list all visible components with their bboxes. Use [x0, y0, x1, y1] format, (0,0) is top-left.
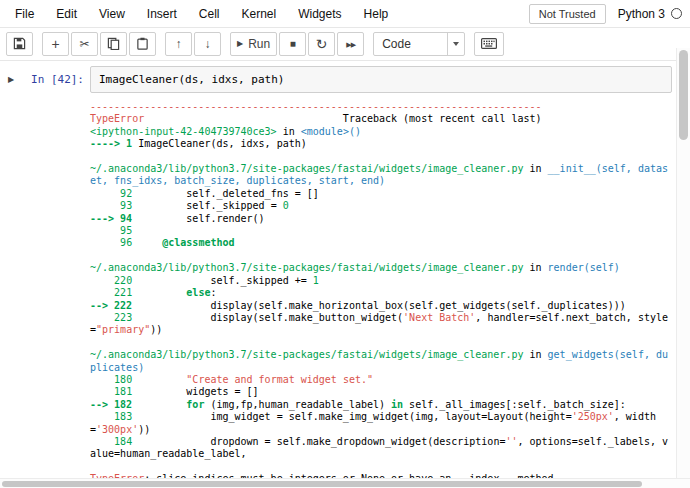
- traceback-line: 221 else:: [90, 287, 672, 299]
- restart-icon: ↻: [316, 37, 328, 51]
- menu-item-edit[interactable]: Edit: [45, 7, 88, 21]
- stop-icon: ■: [290, 39, 296, 49]
- menu: FileEditViewInsertCellKernelWidgetsHelp: [4, 7, 399, 21]
- traceback-line: 181 widgets = []: [90, 386, 672, 398]
- save-icon: [13, 37, 26, 52]
- arrow-down-icon: ↓: [205, 38, 211, 50]
- cell-type-select[interactable]: Code: [373, 32, 465, 56]
- prompt-area: ▶ In [42]:: [0, 66, 90, 93]
- cell-type-group: Code: [373, 32, 465, 56]
- cell-type-value: Code: [374, 33, 447, 55]
- traceback-line: ~/.anaconda3/lib/python3.7/site-packages…: [90, 349, 672, 374]
- traceback-line: [90, 461, 672, 473]
- move-group: ↑ ↓: [165, 32, 221, 56]
- kernel-name: Python 3: [618, 7, 665, 21]
- menu-item-help[interactable]: Help: [353, 7, 400, 21]
- traceback-line: [90, 151, 672, 163]
- traceback-line: 183 img_widget = self.make_img_widget(im…: [90, 411, 672, 436]
- add-icon: +: [51, 37, 59, 51]
- traceback-line: 96 @classmethod: [90, 237, 672, 249]
- copy-icon: [107, 37, 120, 52]
- select-arrow-icon: [447, 33, 464, 55]
- save-button[interactable]: [6, 32, 33, 56]
- traceback-line: ~/.anaconda3/lib/python3.7/site-packages…: [90, 163, 672, 188]
- menu-item-widgets[interactable]: Widgets: [287, 7, 352, 21]
- move-cell-down-button[interactable]: ↓: [194, 32, 221, 56]
- traceback-line: ---> 94 self.render(): [90, 213, 672, 225]
- vertical-scrollbar[interactable]: [676, 48, 690, 478]
- traceback-line: 184 dropdown = self.make_dropdown_widget…: [90, 436, 672, 461]
- code-cell[interactable]: ▶ In [42]: ImageCleaner(ds, idxs, path): [0, 66, 690, 93]
- arrow-up-icon: ↑: [176, 38, 182, 50]
- cut-icon: ✂: [79, 38, 89, 50]
- menu-item-file[interactable]: File: [4, 7, 45, 21]
- restart-kernel-button[interactable]: ↻: [308, 32, 335, 56]
- traceback-line: --> 222 display(self.make_horizontal_box…: [90, 300, 672, 312]
- kernel-idle-icon: [671, 8, 682, 19]
- traceback-line: 223 display(self.make_button_widget('Nex…: [90, 312, 672, 337]
- toolbar: + ✂ ↑ ↓ ▶ Run ■ ↻: [0, 28, 690, 61]
- notebook: ▶ In [42]: ImageCleaner(ds, idxs, path) …: [0, 61, 690, 486]
- restart-run-all-button[interactable]: ▶▶: [337, 32, 364, 56]
- run-button[interactable]: ▶ Run: [230, 32, 277, 56]
- traceback-line: <ipython-input-42-404739740ce3> in <modu…: [90, 126, 672, 138]
- traceback-line: 92 self._deleted_fns = []: [90, 188, 672, 200]
- horizontal-scrollbar-thumb[interactable]: [2, 481, 642, 487]
- menubar: FileEditViewInsertCellKernelWidgetsHelp …: [0, 0, 690, 28]
- not-trusted-button[interactable]: Not Trusted: [529, 4, 606, 24]
- paste-icon: [136, 37, 149, 52]
- keyboard-icon: [481, 38, 497, 51]
- vertical-scrollbar-thumb[interactable]: [679, 50, 688, 140]
- traceback-line: TypeError Traceback (most recent call la…: [90, 113, 672, 125]
- interrupt-kernel-button[interactable]: ■: [279, 32, 306, 56]
- palette-group: [474, 32, 504, 56]
- fast-forward-icon: ▶▶: [346, 41, 355, 48]
- cut-cell-button[interactable]: ✂: [71, 32, 98, 56]
- add-cell-button[interactable]: +: [42, 32, 69, 56]
- command-palette-button[interactable]: [474, 32, 504, 56]
- code-text[interactable]: ImageCleaner(ds, idxs, path): [99, 73, 663, 86]
- copy-cell-button[interactable]: [100, 32, 127, 56]
- cell-marker-icon: ▶: [8, 75, 14, 84]
- menu-item-kernel[interactable]: Kernel: [231, 7, 288, 21]
- menu-item-cell[interactable]: Cell: [188, 7, 231, 21]
- traceback-line: [90, 250, 672, 262]
- menu-item-insert[interactable]: Insert: [136, 7, 188, 21]
- code-input[interactable]: ImageCleaner(ds, idxs, path): [90, 66, 672, 93]
- run-icon: ▶: [237, 40, 243, 48]
- menu-item-view[interactable]: View: [88, 7, 136, 21]
- traceback-line: [90, 337, 672, 349]
- kernel-indicator: Python 3: [618, 7, 682, 21]
- menubar-right: Not Trusted Python 3: [529, 4, 682, 24]
- traceback-line: ----------------------------------------…: [90, 101, 672, 113]
- traceback-line: ----> 1 ImageCleaner(ds, idxs, path): [90, 138, 672, 150]
- paste-cell-button[interactable]: [129, 32, 156, 56]
- edit-group: + ✂: [42, 32, 156, 56]
- traceback-line: 180 "Create and format widget set.": [90, 374, 672, 386]
- run-group: ▶ Run ■ ↻ ▶▶: [230, 32, 364, 56]
- save-group: [6, 32, 33, 56]
- traceback-line: --> 182 for (img,fp,human_readable_label…: [90, 399, 672, 411]
- traceback-line: ~/.anaconda3/lib/python3.7/site-packages…: [90, 262, 672, 274]
- move-cell-up-button[interactable]: ↑: [165, 32, 192, 56]
- horizontal-scrollbar[interactable]: [0, 478, 690, 488]
- error-output: ----------------------------------------…: [90, 101, 672, 486]
- traceback-line: 93 self._skipped = 0: [90, 200, 672, 212]
- traceback-line: 95: [90, 225, 672, 237]
- traceback-line: 220 self._skipped += 1: [90, 275, 672, 287]
- run-button-label: Run: [248, 37, 270, 51]
